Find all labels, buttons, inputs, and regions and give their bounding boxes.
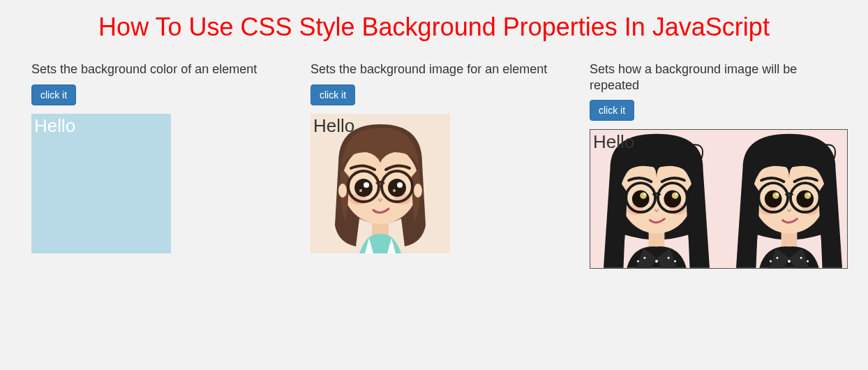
svg-point-15 [655, 260, 658, 262]
svg-point-27 [640, 192, 647, 199]
svg-point-29 [643, 193, 646, 195]
svg-point-45 [805, 192, 811, 199]
svg-point-10 [359, 189, 362, 192]
svg-point-19 [674, 260, 676, 262]
click-it-button[interactable]: click it [310, 84, 355, 105]
svg-point-18 [668, 257, 670, 259]
box-label: Hello [593, 131, 634, 153]
demo-box-repeat: Hello [590, 129, 848, 269]
svg-point-44 [772, 192, 779, 199]
svg-point-32 [788, 260, 791, 262]
box-label: Hello [34, 115, 75, 137]
svg-point-8 [364, 182, 369, 188]
svg-point-36 [807, 260, 809, 262]
cartoon-girl-icon [723, 129, 848, 268]
svg-point-17 [643, 257, 645, 259]
panel-bg-image: Sets the background image for an element… [310, 61, 569, 269]
svg-point-35 [800, 257, 802, 259]
svg-point-9 [397, 182, 403, 188]
panel-desc: Sets how a background image will be repe… [590, 61, 848, 93]
svg-point-28 [672, 192, 679, 199]
svg-point-26 [664, 191, 681, 208]
svg-point-33 [770, 260, 772, 262]
svg-point-43 [796, 191, 814, 208]
svg-point-34 [776, 257, 778, 259]
svg-point-7 [388, 179, 406, 197]
panel-desc: Sets the background image for an element [310, 61, 569, 77]
demo-box-color: Hello [31, 114, 171, 253]
svg-point-46 [776, 193, 779, 195]
svg-point-16 [637, 260, 639, 262]
demo-box-image: Hello [310, 114, 450, 253]
svg-point-6 [354, 179, 373, 197]
panel-bg-color: Sets the background color of an element … [31, 61, 290, 269]
panels-row: Sets the background color of an element … [0, 61, 868, 269]
svg-point-11 [393, 189, 396, 192]
svg-point-47 [808, 193, 811, 195]
click-it-button[interactable]: click it [590, 100, 634, 121]
click-it-button[interactable]: click it [31, 84, 76, 105]
svg-point-12 [338, 184, 347, 198]
panel-desc: Sets the background color of an element [31, 61, 290, 77]
svg-point-42 [765, 191, 782, 208]
panel-bg-repeat: Sets how a background image will be repe… [590, 61, 848, 269]
page-title: How To Use CSS Style Background Properti… [0, 0, 868, 61]
box-label: Hello [313, 115, 354, 137]
svg-point-25 [632, 191, 650, 208]
svg-point-13 [414, 184, 422, 198]
svg-point-30 [675, 193, 678, 195]
